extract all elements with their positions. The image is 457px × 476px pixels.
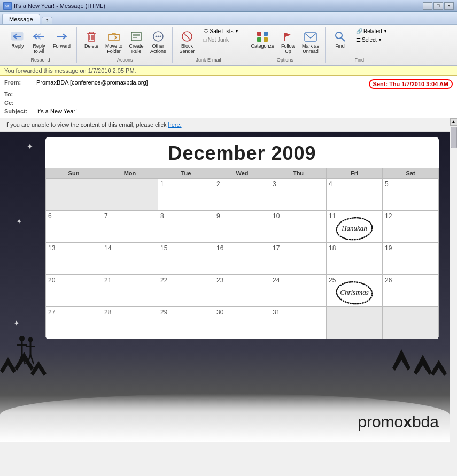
scroll-thumb[interactable] [451, 127, 457, 148]
svg-rect-11 [89, 32, 94, 34]
cal-day-wed: Wed [214, 168, 270, 178]
reply-button[interactable]: Reply [7, 27, 28, 51]
reply-all-button[interactable]: Reply to All [29, 27, 49, 56]
delete-label: Delete [84, 44, 98, 49]
email-body-content: If you are unable to view the content of… [0, 118, 450, 442]
related-icon: 🔗 [356, 28, 362, 34]
cal-cell-4: 4 [327, 178, 383, 210]
related-dropdown-arrow: ▾ [384, 29, 386, 34]
calendar-week-2: 6 7 8 9 10 11 Hanukah [46, 210, 439, 242]
app-icon: ✉ [3, 2, 12, 10]
scroll-up-button[interactable]: ▲ [450, 118, 458, 126]
not-junk-button[interactable]: □ Not Junk [201, 36, 241, 44]
follow-up-icon [281, 29, 296, 44]
window-title: It's a New Year! - Message (HTML) [14, 3, 105, 9]
categorize-icon [255, 29, 270, 44]
safe-lists-dropdown-arrow: ▾ [236, 29, 238, 34]
delete-button[interactable]: Delete [81, 27, 102, 51]
select-label: Select [362, 37, 377, 43]
find-label: Find [335, 44, 345, 49]
reply-all-label: Reply to All [33, 44, 45, 55]
cal-cell-22: 22 [158, 274, 214, 306]
create-rule-button[interactable]: Create Rule [126, 27, 146, 56]
block-sender-button[interactable]: Block Sender [177, 27, 198, 56]
other-actions-button[interactable]: Other Actions [148, 27, 169, 56]
cal-cell-2: 2 [214, 178, 270, 210]
message-header: From: PromaxBDA [conference@promaxbda.or… [0, 76, 457, 118]
cal-cell-25: 25 Christmas [327, 274, 383, 306]
find-button[interactable]: Find [330, 27, 350, 51]
cal-cell-empty-4 [383, 306, 439, 339]
calendar-week-4: 20 21 22 23 24 25 Christmas [46, 274, 439, 306]
cal-cell-9: 9 [214, 210, 270, 242]
svg-rect-25 [264, 37, 268, 42]
tab-message[interactable]: Message [2, 14, 40, 24]
categorize-button[interactable]: Categorize [249, 27, 277, 51]
cal-cell-23: 23 [214, 274, 270, 306]
svg-marker-27 [285, 33, 291, 37]
svg-rect-12 [131, 32, 141, 41]
scrollbar: ▲ [450, 118, 457, 442]
maximize-button[interactable]: □ [433, 2, 443, 10]
ribbon-group-junk: Block Sender 🛡 Safe Lists ▾ □ Not Junk J… [174, 27, 244, 63]
calendar-body: 1 2 3 4 5 6 7 8 9 10 [46, 178, 439, 339]
reply-all-icon [32, 29, 47, 44]
help-icon[interactable]: ? [42, 17, 52, 24]
logo-text-bda: bda [412, 413, 439, 431]
move-to-folder-button[interactable]: Move to Folder [103, 27, 125, 56]
ribbon-group-find: Find 🔗 Related ▾ ☰ Select ▾ Find [327, 27, 392, 63]
categorize-label: Categorize [251, 44, 275, 49]
sent-value: Thu 1/7/2010 3:04 AM [389, 81, 448, 87]
calendar-card: December 2009 Sun Mon Tue Wed Thu Fri Sa… [45, 137, 439, 339]
svg-marker-48 [431, 360, 447, 397]
create-rule-icon [129, 29, 144, 44]
cal-cell-11: 11 Hanukah [327, 210, 383, 242]
calendar-grid: Sun Mon Tue Wed Thu Fri Sat [45, 168, 439, 339]
cal-cell-13: 13 [46, 242, 102, 274]
cal-date-25: 25 [329, 277, 336, 284]
mark-unread-button[interactable]: Mark as Unread [299, 27, 322, 56]
cal-cell-21: 21 [102, 274, 158, 306]
promaxbda-logo: promoxbda [358, 413, 439, 431]
svg-line-30 [341, 37, 345, 41]
cal-cell-empty-3 [327, 306, 383, 339]
cal-cell-3: 3 [270, 178, 327, 210]
cal-day-sat: Sat [383, 168, 439, 178]
select-button[interactable]: ☰ Select ▾ [353, 36, 389, 44]
cal-cell-8: 8 [158, 210, 214, 242]
move-folder-icon [106, 29, 121, 44]
safe-lists-label: Safe Lists [210, 28, 234, 34]
cc-label: Cc: [4, 99, 36, 106]
follow-up-button[interactable]: Follow Up [278, 27, 298, 56]
cal-cell-29: 29 [158, 306, 214, 339]
cal-cell-12: 12 [383, 210, 439, 242]
subject-value: It's a New Year! [36, 108, 77, 114]
svg-point-33 [19, 336, 25, 341]
minimize-button[interactable]: – [423, 2, 432, 10]
cal-cell-5: 5 [383, 178, 439, 210]
svg-marker-45 [30, 361, 47, 397]
reply-icon [10, 29, 25, 44]
close-button[interactable]: × [444, 2, 454, 10]
from-label: From: [4, 79, 36, 89]
cal-cell-20: 20 [46, 274, 102, 306]
cal-cell-30: 30 [214, 306, 270, 339]
cal-cell-17: 17 [270, 242, 327, 274]
cal-cell-empty-1 [46, 178, 102, 210]
email-notice-link[interactable]: here. [168, 121, 182, 128]
not-junk-icon: □ [204, 37, 207, 43]
forward-button[interactable]: Forward [50, 27, 73, 51]
svg-marker-46 [392, 349, 410, 397]
junk-group-label: Junk E-mail [196, 57, 221, 63]
ribbon-group-actions: Delete Move to Folder Create Rule Other … [78, 27, 173, 63]
star-decoration-8: ✦ [13, 319, 20, 327]
cal-cell-18: 18 [327, 242, 383, 274]
svg-point-18 [157, 36, 159, 37]
safe-lists-button[interactable]: 🛡 Safe Lists ▾ [201, 27, 241, 35]
cal-day-sun: Sun [46, 168, 102, 178]
related-button[interactable]: 🔗 Related ▾ [353, 27, 389, 35]
select-icon: ☰ [356, 37, 361, 43]
cal-cell-14: 14 [102, 242, 158, 274]
tab-bar: Message ? [0, 12, 457, 25]
notification-text: You forwarded this message on 1/7/2010 2… [4, 67, 136, 74]
